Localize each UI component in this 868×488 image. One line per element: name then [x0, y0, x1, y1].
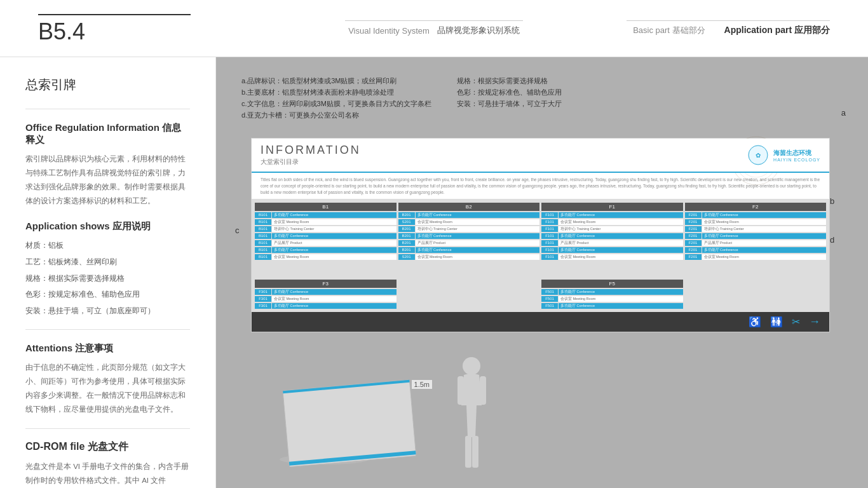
col-f2-row-6: F201 多功能厅 Conference	[685, 247, 827, 253]
app-material: 材质：铝板	[25, 239, 190, 253]
row-label: 会议室 Meeting Room	[272, 254, 397, 260]
col-f5-row-3: F501 多功能厅 Conference	[541, 303, 683, 309]
row-num: F101	[541, 240, 558, 246]
col-b1: B1 B101 多功能厅 Conference B101 会议室 Meeting…	[255, 203, 397, 276]
rule-2-text: 色彩：按规定标准色、辅助色应用	[457, 88, 562, 96]
nav-vis-en: Visual Identity System	[348, 26, 430, 36]
col-f1-row-1: F101 多功能厅 Conference	[541, 212, 683, 218]
nav-right-section: Basic part 基础部分 Application part 应用部分	[627, 20, 830, 36]
col-b1-row-3: B101 培训中心 Training Center	[255, 226, 397, 232]
row-label: 产品展厅 Product	[416, 240, 540, 246]
row-num: F501	[541, 296, 558, 302]
nav-basic-label: Basic part 基础部分	[633, 25, 705, 36]
row-num: S201	[398, 254, 415, 260]
row-num: B101	[255, 240, 271, 246]
svg-point-17	[463, 357, 480, 375]
office-heading-text: Office Regulation Information 信息释义	[25, 122, 181, 145]
display-board: INFORMATION 大堂索引目录 ✿ 海茵生态环境 HAIYIN E	[251, 138, 830, 332]
human-silhouette	[451, 355, 492, 469]
row-num: F201	[685, 212, 702, 218]
row-num: F301	[255, 303, 271, 309]
logo-cn: 海茵生态环境	[773, 149, 820, 158]
top-specs-row: a.品牌标识：铝质型材烤漆或3M贴膜；或丝网印刷 b.主要底材：铝质型材烤漆表面…	[235, 76, 849, 125]
col-b1-row-2: B101 会议室 Meeting Room	[255, 219, 397, 225]
col-b2-header: B2	[398, 203, 540, 211]
board-header: INFORMATION 大堂索引目录 ✿ 海茵生态环境 HAIYIN E	[252, 139, 829, 173]
col-f1-row-2: F101 会议室 Meeting Room	[541, 219, 683, 225]
row-num: F101	[541, 212, 558, 218]
main-content: 总索引牌 Office Regulation Information 信息释义 …	[0, 57, 868, 488]
office-body-text: 索引牌以品牌标识为核心元素，利用材料的特性与特殊工艺制作具有品牌视觉特征的索引牌…	[25, 152, 190, 208]
nav-vis-cn: 品牌视觉形象识别系统	[437, 25, 520, 36]
col-f2-row-1: F201 多功能厅 Conference	[685, 212, 827, 218]
row-label: 多功能厅 Conference	[702, 212, 827, 218]
rule-2: 色彩：按规定标准色、辅助色应用	[457, 88, 562, 97]
svg-rect-19	[472, 436, 478, 468]
col-f3-row-3: F301 多功能厅 Conference	[255, 303, 397, 309]
footer-person-icon: ♿	[749, 316, 761, 328]
col-f1: F1 F101 多功能厅 Conference F101 会议室 Meeting…	[541, 203, 683, 276]
row-num: B101	[255, 226, 271, 232]
row-num: B101	[255, 254, 271, 260]
nav-right-labels: Basic part 基础部分 Application part 应用部分	[633, 25, 830, 36]
spec-b: b.主要底材：铝质型材烤漆表面粉末静电喷涂处理	[241, 88, 431, 97]
nav-vis-section: Visual Identity System 品牌视觉形象识别系统	[345, 20, 523, 36]
col-b2-row-1: B201 多功能厅 Conference	[398, 212, 540, 218]
footer-scissors-icon: ✂	[792, 316, 800, 328]
row-label: 产品展厅 Product	[272, 240, 397, 246]
row-num: F101	[541, 247, 558, 253]
col-f1-row-7: F101 会议室 Meeting Room	[541, 254, 683, 260]
svg-rect-20	[458, 376, 464, 405]
spec-d: d.亚克力卡槽：可更换办公室公司名称	[241, 111, 431, 120]
col-f1-row-5: F101 产品展厅 Product	[541, 240, 683, 246]
rule-1-text: 规格：根据实际需要选择规格	[457, 77, 548, 85]
divider-3	[25, 428, 190, 429]
row-num: F101	[541, 226, 558, 232]
col-f5-row-1: F501 多功能厅 Conference	[541, 289, 683, 295]
spec-a: a.品牌标识：铝质型材烤漆或3M贴膜；或丝网印刷	[241, 76, 431, 86]
right-labels: b d	[830, 138, 849, 332]
row-num: F101	[541, 219, 558, 225]
left-labels: c	[235, 138, 251, 332]
row-num: B201	[398, 240, 415, 246]
row-num: F301	[255, 296, 271, 302]
row-label: 多功能厅 Conference	[559, 212, 683, 218]
nav-center-line	[345, 20, 523, 21]
illustration-area: 1.5m	[235, 348, 849, 469]
row-num: S201	[398, 219, 415, 225]
att-body-text: 由于信息的不确定性，此页部分规范（如文字大小、间距等）可作为参考使用，具体可根据…	[25, 361, 190, 416]
col-f1-row-4: F101 多功能厅 Conference	[541, 233, 683, 239]
label-a: a	[841, 108, 846, 118]
spec-a-text: a.品牌标识：铝质型材烤漆或3M贴膜；或丝网印刷	[241, 77, 397, 85]
top-navigation: B5.4 Visual Identity System 品牌视觉形象识别系统 B…	[0, 0, 868, 57]
col-b1-row-1: B101 多功能厅 Conference	[255, 212, 397, 218]
col-f2-row-4: F201 多功能厅 Conference	[685, 233, 827, 239]
col-b2-row-3: B201 培训中心 Training Center	[398, 226, 540, 232]
row-label: 产品展厅 Product	[702, 240, 827, 246]
row-num: F501	[541, 289, 558, 295]
row-num: B101	[255, 247, 271, 253]
row-label: 培训中心 Training Center	[559, 226, 683, 232]
col-b2-row-4: B201 多功能厅 Conference	[398, 233, 540, 239]
board-logo-area: ✿ 海茵生态环境 HAIYIN ECOLOGY	[748, 145, 820, 165]
cd-title: CD-ROM file 光盘文件	[25, 440, 190, 454]
height-label: 1.5m	[412, 380, 432, 389]
nav-left-section: B5.4	[38, 14, 241, 43]
col-empty	[398, 280, 540, 309]
spec-d-text: d.亚克力卡槽：可更换办公室公司名称	[241, 111, 359, 119]
nav-app-label: Application part 应用部分	[724, 25, 830, 36]
app-install: 安装：悬挂于墙，可立（加底座即可）	[25, 304, 190, 318]
col-b1-row-7: B101 会议室 Meeting Room	[255, 254, 397, 260]
specs-right-col: 规格：根据实际需要选择规格 色彩：按规定标准色、辅助色应用 安装：可悬挂于墙体，…	[457, 76, 562, 122]
row-label: 会议室 Meeting Room	[559, 219, 683, 225]
col-b2-row-2: S201 会议室 Meeting Room	[398, 219, 540, 225]
col-f2-row-2: F201 会议室 Meeting Room	[685, 219, 827, 225]
svg-text:✿: ✿	[756, 152, 761, 159]
row-num: F201	[685, 240, 702, 246]
row-num: F201	[685, 226, 702, 232]
footer-person2-icon: 🚻	[770, 316, 783, 328]
row-label: 会议室 Meeting Room	[559, 254, 683, 260]
row-label: 会议室 Meeting Room	[702, 219, 827, 225]
rule-1: 规格：根据实际需要选择规格	[457, 76, 562, 86]
col-f2-row-5: F201 产品展厅 Product	[685, 240, 827, 246]
